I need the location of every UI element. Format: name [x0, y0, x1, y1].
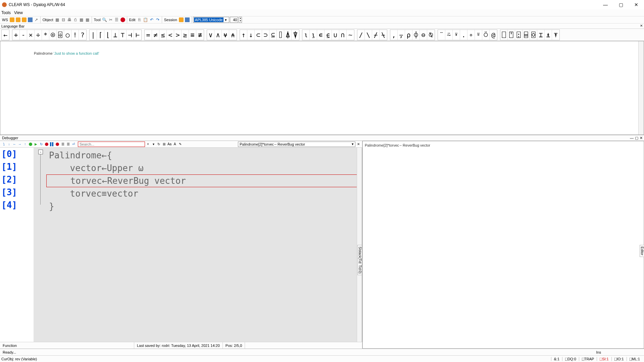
- dbg-pause[interactable]: [50, 142, 54, 147]
- ws-export-icon[interactable]: ↗: [34, 17, 39, 22]
- lang-squad[interactable]: ⌷: [277, 30, 284, 40]
- lang-downtack[interactable]: ⊤: [119, 30, 127, 40]
- lang-uptack[interactable]: ⊥: [112, 30, 119, 40]
- lang-bslash[interactable]: \: [365, 30, 372, 40]
- lang-bsbar[interactable]: ⍀: [380, 30, 387, 40]
- lang-rsh[interactable]: ⊃: [262, 30, 269, 40]
- dbg-break[interactable]: [55, 142, 60, 147]
- obj-btn4[interactable]: ⎙: [73, 17, 78, 22]
- menu-tools[interactable]: Tools: [1, 10, 11, 15]
- dbg-tool1[interactable]: ↻: [156, 142, 161, 147]
- dbg-lines1[interactable]: ☰: [60, 142, 65, 147]
- undo-icon[interactable]: ↶: [149, 17, 154, 22]
- ws-open-icon[interactable]: [21, 17, 27, 22]
- lang-q[interactable]: ?: [79, 30, 86, 40]
- copy-icon[interactable]: ⎘: [137, 17, 142, 22]
- search-clear[interactable]: ×: [146, 142, 150, 147]
- lang-circle[interactable]: ○: [64, 30, 71, 40]
- font-selector[interactable]: APL385 Unicode ▾: [193, 17, 230, 23]
- ws-save-icon[interactable]: [28, 17, 33, 22]
- lang-commute[interactable]: ⍨: [445, 30, 453, 40]
- lang-jotd[interactable]: ⍤: [475, 30, 482, 40]
- lang-back[interactable]: ←: [2, 30, 9, 40]
- lang-each[interactable]: ¨: [438, 30, 445, 40]
- redo-icon[interactable]: ↷: [155, 17, 160, 22]
- dbg-return[interactable]: ⏎: [71, 142, 76, 147]
- dbg-close[interactable]: ✕: [640, 136, 643, 140]
- lang-qdia[interactable]: ⌺: [530, 30, 537, 40]
- dbg-stop[interactable]: [44, 142, 49, 147]
- lang-rho[interactable]: ⍴: [405, 30, 412, 40]
- lang-floor[interactable]: ⌊: [104, 30, 112, 40]
- dbg-tool4[interactable]: A: [172, 142, 177, 147]
- editor-tab[interactable]: Editor: [640, 245, 644, 257]
- lang-od[interactable]: ⍥: [482, 30, 490, 40]
- dbg-tool5[interactable]: ✎: [178, 142, 183, 147]
- lang-pipe[interactable]: |: [90, 30, 97, 40]
- dbg-tool2[interactable]: ⊞: [162, 142, 166, 147]
- ws-load-icon[interactable]: [9, 17, 15, 22]
- dbg-step-into[interactable]: ↓: [7, 142, 11, 147]
- lang-right[interactable]: ⊢: [134, 30, 141, 40]
- lang-left[interactable]: ⊣: [127, 30, 134, 40]
- code-content[interactable]: - Palindrome←{ vector←Upper ⍵ torvec←Rev…: [34, 148, 362, 342]
- font-size-spinner[interactable]: ▲▼: [239, 17, 242, 23]
- lang-or[interactable]: ∨: [207, 30, 214, 40]
- lang-minus[interactable]: -: [20, 30, 27, 40]
- lang-trans[interactable]: ⍉: [427, 30, 435, 40]
- lang-star[interactable]: *: [42, 30, 49, 40]
- obj-btn6[interactable]: ▦: [85, 17, 90, 22]
- dbg-minimize[interactable]: —: [630, 136, 634, 140]
- lang-epsu[interactable]: ⍷: [325, 30, 332, 40]
- dbg-restart[interactable]: ↻: [39, 142, 44, 147]
- lang-down[interactable]: ↓: [247, 30, 255, 40]
- lang-comma[interactable]: ,: [390, 30, 398, 40]
- obj-btn5[interactable]: ▦: [79, 17, 84, 22]
- lang-up[interactable]: ↑: [240, 30, 247, 40]
- lang-jot[interactable]: ∘: [467, 30, 475, 40]
- dbg-close-x[interactable]: ✕: [356, 142, 361, 147]
- lang-slbar[interactable]: ⌿: [372, 30, 380, 40]
- lang-times[interactable]: ×: [27, 30, 35, 40]
- lang-ceil[interactable]: ⌈: [97, 30, 104, 40]
- lang-qquad[interactable]: ⍞: [508, 30, 515, 40]
- lang-pow[interactable]: ⍣: [453, 30, 460, 40]
- sistack-tab[interactable]: SIstack(Tid: Tid:0): [357, 245, 362, 275]
- lang-eps[interactable]: ∊: [317, 30, 325, 40]
- lang-tilde[interactable]: ~: [347, 30, 354, 40]
- obj-btn2[interactable]: ⊟: [61, 17, 66, 22]
- close-button[interactable]: ✕: [629, 0, 644, 9]
- dbg-maximize[interactable]: ▢: [635, 136, 638, 140]
- lang-cup[interactable]: ∪: [332, 30, 339, 40]
- tool-btn2[interactable]: ✂: [108, 17, 113, 22]
- print-icon[interactable]: 🖶: [67, 17, 72, 22]
- fold-toggle[interactable]: -: [38, 150, 43, 154]
- lang-gdn[interactable]: ⍒: [292, 30, 299, 40]
- lang-ge[interactable]: ≥: [182, 30, 189, 40]
- lang-lsh[interactable]: ⊂: [255, 30, 262, 40]
- lang-log[interactable]: ⍟: [49, 30, 57, 40]
- lang-nmatch[interactable]: ≢: [196, 30, 204, 40]
- lang-iota[interactable]: ⍳: [302, 30, 310, 40]
- stack-view[interactable]: Palindrome[2]*torvec←ReverBug vector: [362, 141, 644, 349]
- list-icon[interactable]: ☰: [114, 17, 119, 22]
- lang-domino[interactable]: ⌹: [57, 30, 64, 40]
- lang-ibeam[interactable]: ⌶: [537, 30, 545, 40]
- lang-quad[interactable]: ⎕: [500, 30, 508, 40]
- search-input[interactable]: [78, 142, 145, 147]
- lang-nor[interactable]: ⍱: [222, 30, 229, 40]
- lang-plus[interactable]: +: [12, 30, 20, 40]
- lang-gt[interactable]: >: [174, 30, 182, 40]
- stop-icon[interactable]: [120, 17, 126, 22]
- lang-ne[interactable]: ≠: [152, 30, 159, 40]
- minimize-button[interactable]: —: [598, 0, 613, 9]
- lang-qeq[interactable]: ⌸: [523, 30, 530, 40]
- lang-iotau[interactable]: ⍸: [310, 30, 317, 40]
- maximize-button[interactable]: ▢: [613, 0, 629, 9]
- session-pane[interactable]: Palindrome 'Just to show a function call…: [0, 41, 644, 135]
- dbg-continue[interactable]: [28, 142, 33, 147]
- lang-fmt[interactable]: ⍕: [552, 30, 559, 40]
- session-btn1[interactable]: [179, 17, 184, 22]
- lang-div[interactable]: ÷: [35, 30, 42, 40]
- menu-view[interactable]: View: [14, 10, 23, 15]
